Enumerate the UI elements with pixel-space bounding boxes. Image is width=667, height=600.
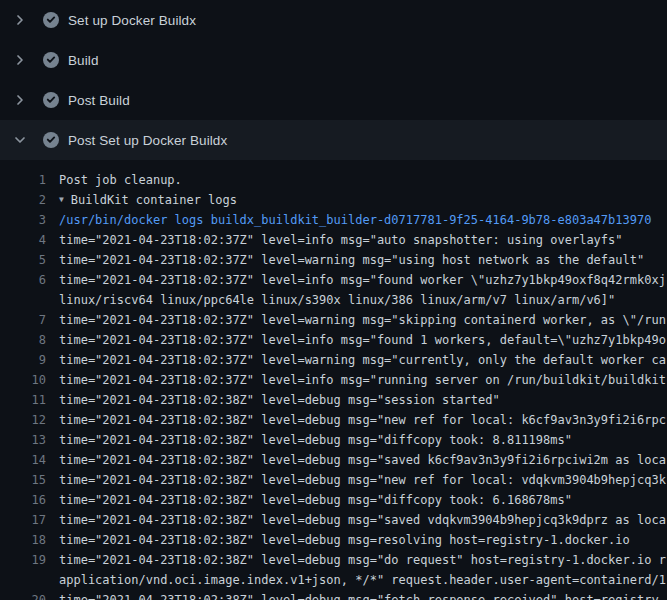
log-line: 15time="2021-04-23T18:02:38Z" level=debu…	[0, 470, 667, 490]
log-text: time="2021-04-23T18:02:38Z" level=debug …	[59, 590, 666, 600]
step-header-post-build[interactable]: Post Build	[0, 80, 667, 120]
log-line: 9time="2021-04-23T18:02:37Z" level=warni…	[0, 350, 667, 370]
log-line: 7time="2021-04-23T18:02:37Z" level=warni…	[0, 310, 667, 330]
line-number[interactable]: 9	[16, 350, 46, 370]
line-number[interactable]: 20	[16, 590, 46, 600]
log-line: 11time="2021-04-23T18:02:38Z" level=debu…	[0, 390, 667, 410]
log-line: 2▼BuildKit container logs	[0, 190, 667, 210]
log-line: 4time="2021-04-23T18:02:37Z" level=info …	[0, 230, 667, 250]
log-output: 1Post job cleanup.2▼BuildKit container l…	[0, 160, 667, 600]
log-text: time="2021-04-23T18:02:37Z" level=info m…	[59, 370, 666, 390]
log-line: 10time="2021-04-23T18:02:37Z" level=info…	[0, 370, 667, 390]
check-circle-icon	[43, 52, 59, 68]
log-text: time="2021-04-23T18:02:38Z" level=debug …	[59, 430, 572, 450]
log-line: 5time="2021-04-23T18:02:37Z" level=warni…	[0, 250, 667, 270]
line-number[interactable]: 7	[16, 310, 46, 330]
log-line: 20time="2021-04-23T18:02:38Z" level=debu…	[0, 590, 667, 600]
line-number[interactable]: 12	[16, 410, 46, 430]
chevron-down-icon	[12, 132, 28, 148]
line-number[interactable]: 1	[16, 170, 46, 190]
line-number	[16, 290, 46, 310]
step-list: Set up Docker BuildxBuildPost BuildPost …	[0, 0, 667, 160]
log-text: time="2021-04-23T18:02:38Z" level=debug …	[59, 470, 666, 490]
log-text: time="2021-04-23T18:02:38Z" level=debug …	[59, 530, 630, 550]
log-group-title[interactable]: BuildKit container logs	[71, 193, 237, 207]
log-text: linux/riscv64 linux/ppc64le linux/s390x …	[59, 290, 615, 310]
line-number[interactable]: 2	[16, 190, 46, 210]
log-line: 14time="2021-04-23T18:02:38Z" level=debu…	[0, 450, 667, 470]
line-number	[16, 570, 46, 590]
log-text: time="2021-04-23T18:02:38Z" level=debug …	[59, 550, 666, 570]
log-line: 1Post job cleanup.	[0, 170, 667, 190]
check-circle-icon	[43, 92, 59, 108]
line-number[interactable]: 10	[16, 370, 46, 390]
log-line: 16time="2021-04-23T18:02:38Z" level=debu…	[0, 490, 667, 510]
line-number[interactable]: 13	[16, 430, 46, 450]
line-number[interactable]: 14	[16, 450, 46, 470]
log-text: time="2021-04-23T18:02:38Z" level=debug …	[59, 450, 666, 470]
log-text: time="2021-04-23T18:02:37Z" level=warnin…	[59, 310, 666, 330]
log-line: 17time="2021-04-23T18:02:38Z" level=debu…	[0, 510, 667, 530]
line-number[interactable]: 15	[16, 470, 46, 490]
log-line: 6time="2021-04-23T18:02:37Z" level=info …	[0, 270, 667, 290]
log-text: time="2021-04-23T18:02:38Z" level=debug …	[59, 490, 572, 510]
log-group-expand-icon[interactable]: ▼	[59, 190, 64, 210]
line-number[interactable]: 19	[16, 550, 46, 570]
line-number[interactable]: 8	[16, 330, 46, 350]
step-header-post-set-up-docker-buildx[interactable]: Post Set up Docker Buildx	[0, 120, 667, 160]
log-line: application/vnd.oci.image.index.v1+json,…	[0, 570, 667, 590]
log-text: time="2021-04-23T18:02:38Z" level=debug …	[59, 410, 666, 430]
log-line: 3/usr/bin/docker logs buildx_buildkit_bu…	[0, 210, 667, 230]
line-number[interactable]: 4	[16, 230, 46, 250]
log-text: application/vnd.oci.image.index.v1+json,…	[59, 570, 667, 590]
log-line: linux/riscv64 linux/ppc64le linux/s390x …	[0, 290, 667, 310]
log-text: time="2021-04-23T18:02:37Z" level=info m…	[59, 230, 623, 250]
log-text: Post job cleanup.	[59, 170, 182, 190]
chevron-right-icon	[12, 52, 28, 68]
chevron-right-icon	[12, 92, 28, 108]
line-number[interactable]: 16	[16, 490, 46, 510]
log-line: 12time="2021-04-23T18:02:38Z" level=debu…	[0, 410, 667, 430]
step-label: Post Build	[68, 93, 130, 108]
step-header-build[interactable]: Build	[0, 40, 667, 80]
step-label: Build	[68, 53, 99, 68]
chevron-right-icon	[12, 12, 28, 28]
log-text: time="2021-04-23T18:02:37Z" level=warnin…	[59, 350, 666, 370]
log-text: time="2021-04-23T18:02:37Z" level=warnin…	[59, 250, 644, 270]
step-label: Set up Docker Buildx	[68, 13, 196, 28]
line-number[interactable]: 17	[16, 510, 46, 530]
log-group-row: ▼BuildKit container logs	[59, 190, 237, 210]
line-number[interactable]: 11	[16, 390, 46, 410]
log-text: time="2021-04-23T18:02:37Z" level=info m…	[59, 330, 666, 350]
line-number[interactable]: 6	[16, 270, 46, 290]
log-line: 18time="2021-04-23T18:02:38Z" level=debu…	[0, 530, 667, 550]
line-number[interactable]: 5	[16, 250, 46, 270]
log-command-text: /usr/bin/docker logs buildx_buildkit_bui…	[59, 210, 651, 230]
actions-log-viewer: Set up Docker BuildxBuildPost BuildPost …	[0, 0, 667, 600]
line-number[interactable]: 3	[16, 210, 46, 230]
step-label: Post Set up Docker Buildx	[68, 133, 227, 148]
log-line: 19time="2021-04-23T18:02:38Z" level=debu…	[0, 550, 667, 570]
log-text: time="2021-04-23T18:02:37Z" level=info m…	[59, 270, 666, 290]
log-text: time="2021-04-23T18:02:38Z" level=debug …	[59, 390, 500, 410]
log-text: time="2021-04-23T18:02:38Z" level=debug …	[59, 510, 666, 530]
check-circle-icon	[43, 132, 59, 148]
log-line: 13time="2021-04-23T18:02:38Z" level=debu…	[0, 430, 667, 450]
log-line: 8time="2021-04-23T18:02:37Z" level=info …	[0, 330, 667, 350]
step-header-set-up-docker-buildx[interactable]: Set up Docker Buildx	[0, 0, 667, 40]
check-circle-icon	[43, 12, 59, 28]
line-number[interactable]: 18	[16, 530, 46, 550]
